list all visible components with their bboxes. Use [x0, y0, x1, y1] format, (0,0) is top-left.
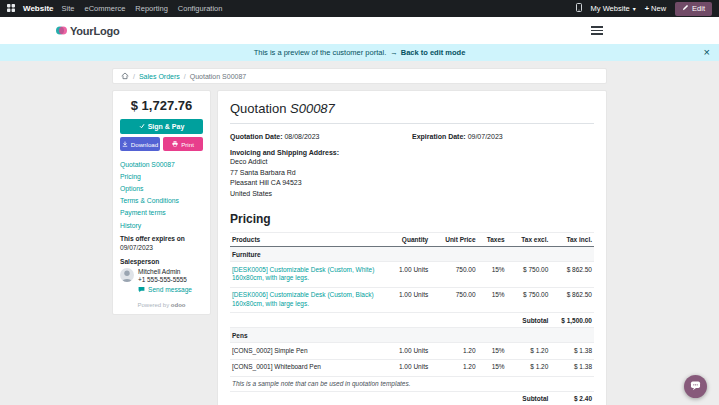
odoo-apps-icon[interactable]: [7, 4, 15, 14]
product-row: [DESK0005] Customizable Desk (Custom, Wh…: [230, 262, 594, 288]
product-row: [CONS_0002] Simple Pen1.00 Units1.2015%$…: [230, 343, 594, 360]
back-to-edit-link[interactable]: → Back to edit mode: [390, 48, 465, 57]
subtotal-value: $ 2.40: [550, 391, 594, 405]
product-row: [DESK0006] Customizable Desk (Custom, Bl…: [230, 287, 594, 313]
topbar-menu-site[interactable]: Site: [62, 4, 75, 13]
portal-content: $ 1,727.76 Sign & Pay Download Print Quo…: [112, 90, 607, 405]
expiry-label: This offer expires on: [120, 235, 203, 242]
taxes: 15%: [478, 343, 507, 360]
website-header: YourLogo: [0, 17, 719, 44]
subtotal-value: $ 1,500.00: [550, 313, 594, 328]
quantity: 1.00 Units: [383, 262, 430, 288]
plus-icon: +: [645, 4, 649, 13]
title-divider: [230, 123, 594, 124]
product-name: [CONS_0002] Simple Pen: [230, 343, 383, 360]
logo-mark-icon: [56, 25, 67, 37]
quantity: 1.00 Units: [383, 343, 430, 360]
printer-icon: [172, 141, 178, 148]
total-amount: $ 1,727.76: [120, 98, 203, 113]
print-button[interactable]: Print: [163, 137, 203, 151]
sidebar-link-quotation-s00087[interactable]: Quotation S00087: [120, 158, 203, 170]
breadcrumb: / Sales Orders / Quotation S00087: [112, 68, 607, 84]
product-name[interactable]: [DESK0005] Customizable Desk (Custom, Wh…: [230, 262, 383, 288]
topbar-menu-ecommerce[interactable]: eCommerce: [84, 4, 125, 13]
odoo-wordmark[interactable]: odoo: [171, 302, 186, 308]
topbar-menu-reporting[interactable]: Reporting: [135, 4, 168, 13]
sidebar-link-options[interactable]: Options: [120, 182, 203, 194]
salesperson-block: Salesperson Mitchell Admin +1 555-555-55…: [120, 258, 203, 294]
sidebar-link-history[interactable]: History: [120, 219, 203, 231]
salesperson-label: Salesperson: [120, 258, 203, 265]
offer-expiry: This offer expires on 09/07/2023: [120, 235, 203, 251]
col-unit-price: Unit Price: [430, 233, 477, 247]
send-message-link[interactable]: Send message: [138, 286, 203, 294]
sidebar-nav: Quotation S00087PricingOptionsTerms & Co…: [120, 158, 203, 231]
portal-preview-banner: This is a preview of the customer portal…: [0, 44, 719, 61]
pencil-icon: [682, 4, 689, 13]
website-selector[interactable]: My Website ▾: [591, 4, 636, 13]
col-taxes: Taxes: [478, 233, 507, 247]
backend-topbar: Website SiteeCommerceReportingConfigurat…: [0, 0, 719, 17]
download-button[interactable]: Download: [120, 137, 160, 151]
chevron-down-icon: ▾: [633, 6, 636, 12]
home-icon[interactable]: [121, 72, 129, 80]
salesperson-name: Mitchell Admin: [138, 268, 187, 275]
col-products: Products: [230, 233, 383, 247]
tax-excl: $ 750.00: [507, 287, 551, 313]
tax-incl: $ 862.50: [550, 262, 594, 288]
topbar-menu-configuration[interactable]: Configuration: [178, 4, 223, 13]
address-line: Pleasant Hill CA 94523: [230, 178, 594, 189]
edit-button[interactable]: Edit: [675, 2, 712, 16]
salesperson-phone[interactable]: +1 555-555-5555: [138, 276, 187, 283]
col-tax-incl: Tax incl.: [550, 233, 594, 247]
chat-bubble-icon: [689, 379, 702, 395]
hamburger-menu-icon[interactable]: [589, 24, 605, 37]
quantity: 1.00 Units: [383, 287, 430, 313]
quotation-date: Quotation Date: 08/08/2023: [230, 133, 412, 140]
tax-incl: $ 1.38: [550, 343, 594, 360]
taxes: 15%: [478, 262, 507, 288]
banner-close-icon[interactable]: ×: [704, 44, 710, 61]
subtotal-row: Subtotal$ 1,500.00: [230, 313, 594, 328]
salesperson-avatar: [120, 268, 134, 282]
topbar-menus: SiteeCommerceReportingConfiguration: [62, 4, 223, 13]
unit-price: 750.00: [430, 262, 477, 288]
product-section-pens: Pens: [230, 328, 594, 343]
mobile-preview-icon[interactable]: [576, 3, 582, 14]
pricing-heading: Pricing: [230, 212, 594, 226]
taxes: 15%: [478, 359, 507, 376]
website-app-label[interactable]: Website: [23, 4, 54, 13]
breadcrumb-current: Quotation S00087: [190, 73, 246, 80]
address-line: 77 Santa Barbara Rd: [230, 168, 594, 179]
chat-icon: [138, 286, 145, 294]
breadcrumb-sales-orders[interactable]: Sales Orders: [139, 73, 180, 80]
sidebar-link-pricing[interactable]: Pricing: [120, 170, 203, 182]
invoicing-shipping-address: Invoicing and Shipping Address: Deco Add…: [230, 149, 594, 199]
subtotal-row: Subtotal$ 2.40: [230, 391, 594, 405]
sign-pay-button[interactable]: Sign & Pay: [120, 119, 203, 134]
tax-incl: $ 862.50: [550, 287, 594, 313]
livechat-button[interactable]: [684, 375, 707, 398]
new-button[interactable]: + New: [645, 4, 666, 13]
address-line: Deco Addict: [230, 157, 594, 168]
download-icon: [122, 141, 128, 148]
order-sidebar: $ 1,727.76 Sign & Pay Download Print Quo…: [112, 90, 211, 315]
sidebar-link-payment-terms[interactable]: Payment terms: [120, 207, 203, 219]
tax-excl: $ 1.20: [507, 359, 551, 376]
product-name[interactable]: [DESK0006] Customizable Desk (Custom, Bl…: [230, 287, 383, 313]
arrow-right-icon: →: [390, 48, 398, 57]
product-section-furniture: Furniture: [230, 247, 594, 262]
logo-text: YourLogo: [70, 25, 120, 37]
product-row: [CONS_0001] Whiteboard Pen1.00 Units1.20…: [230, 359, 594, 376]
site-logo[interactable]: YourLogo: [56, 25, 120, 37]
sidebar-link-terms-conditions[interactable]: Terms & Conditions: [120, 195, 203, 207]
check-icon: [139, 123, 145, 130]
breadcrumb-separator: /: [133, 73, 135, 80]
banner-text: This is a preview of the customer portal…: [254, 48, 387, 57]
quotation-reference: S00087: [290, 101, 335, 116]
expiration-date: Expiration Date: 09/07/2023: [412, 133, 594, 140]
breadcrumb-separator: /: [184, 73, 186, 80]
tax-excl: $ 750.00: [507, 262, 551, 288]
dates-row: Quotation Date: 08/08/2023 Expiration Da…: [230, 133, 594, 140]
quantity: 1.00 Units: [383, 359, 430, 376]
